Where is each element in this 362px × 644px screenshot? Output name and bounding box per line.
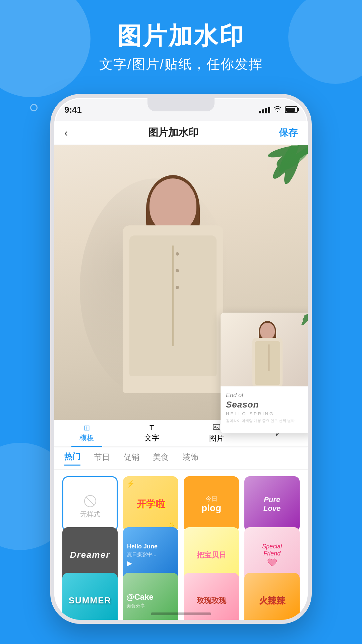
template-jinriplog[interactable]: 今日 plog [184, 476, 239, 532]
person-body [123, 225, 223, 393]
image-area: End of Season HELLO SPRING 김미라이 마케팅 개봉 중… [54, 145, 308, 420]
template-grid: 无样式 开学啦 ⚡ ✨ 今日 plog [54, 470, 308, 620]
card-line3: HELLO SPRING [226, 411, 309, 416]
template-icon: ⊞ [84, 424, 90, 432]
cat-tab-promo[interactable]: 促销 [123, 452, 139, 465]
header-subtitle: 文字/图片/贴纸，任你发挥 [0, 55, 362, 73]
card-image [221, 313, 312, 386]
floating-preview-card: End of Season HELLO SPRING 김미라이 마케팅 개봉 중… [221, 313, 312, 433]
cat-tab-decor[interactable]: 装饰 [182, 452, 198, 465]
card-line4: 김미라이 마케팅 개봉 중요 연도 선화 날짜 [226, 418, 309, 423]
app-navbar: ‹ 图片加水印 保存 [54, 121, 308, 145]
toolbar-text[interactable]: T 文字 [136, 421, 167, 446]
phone-frame: 9:41 [50, 94, 312, 624]
template-kaixue[interactable]: 开学啦 ⚡ ✨ [123, 476, 178, 532]
signal-icon [259, 106, 270, 113]
svg-line-16 [86, 497, 94, 505]
template-none[interactable]: 无样式 [62, 476, 118, 532]
card-person [244, 319, 291, 386]
nav-title: 图片加水印 [148, 126, 198, 140]
back-button[interactable]: ‹ [64, 127, 68, 139]
toolbar-template-label: 模板 [79, 433, 94, 443]
phone-side-button [310, 165, 312, 189]
phone-mockup: 9:41 [50, 94, 312, 624]
template-summer[interactable]: SUMMER [62, 573, 118, 620]
card-line1: End of [226, 392, 309, 399]
header-section: 图片加水印 文字/图片/贴纸，任你发挥 [0, 20, 362, 73]
card-content: End of Season HELLO SPRING 김미라이 마케팅 개봉 중… [221, 386, 312, 429]
text-icon: T [149, 424, 154, 432]
card-line2: Season [226, 399, 309, 410]
cat-tab-food[interactable]: 美食 [153, 452, 169, 465]
wifi-icon [274, 105, 282, 114]
toolbar-image-label: 图片 [209, 433, 224, 443]
svg-rect-13 [213, 424, 220, 430]
cat-tab-hot[interactable]: 热门 [64, 451, 80, 466]
image-icon [213, 423, 220, 433]
header-title: 图片加水印 [0, 20, 362, 52]
toolbar-template[interactable]: ⊞ 模板 [71, 421, 102, 447]
home-indicator [151, 612, 211, 615]
template-hula[interactable]: 火辣辣 [244, 573, 300, 620]
status-time: 9:41 [64, 105, 82, 115]
battery-icon [285, 106, 298, 113]
save-button[interactable]: 保存 [279, 126, 298, 139]
card-palm-icon [291, 313, 312, 336]
template-purelove[interactable]: PureLove [244, 476, 300, 532]
bg-dot-decoration [30, 104, 38, 111]
cat-tab-holiday[interactable]: 节日 [94, 452, 110, 465]
toolbar-text-label: 文字 [144, 433, 159, 443]
phone-notch [147, 98, 215, 111]
status-icons [259, 105, 298, 114]
template-none-label: 无样式 [80, 510, 100, 519]
dreamer-text: Dreamer [70, 550, 110, 560]
category-tabs: 热门 节日 促销 美食 装饰 [54, 447, 308, 470]
person-head [149, 178, 196, 232]
